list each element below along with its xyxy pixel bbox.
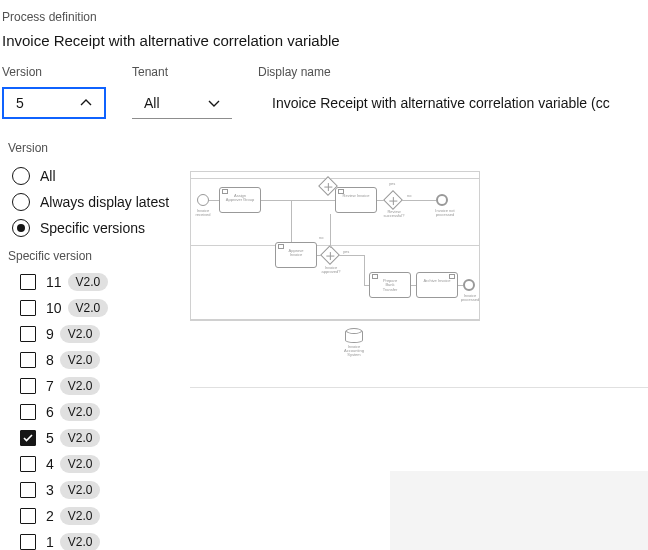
- divider: [190, 387, 648, 388]
- version-checkbox-list: 11V2.010V2.09V2.08V2.07V2.06V2.05V2.04V2…: [8, 269, 182, 550]
- task-label: Assign Approver Group: [226, 193, 254, 202]
- display-name-field[interactable]: Invoice Receipt with alternative correla…: [258, 87, 646, 119]
- gateway-no: no: [319, 236, 323, 240]
- version-number: 10: [46, 300, 62, 316]
- radio-label: Specific versions: [40, 220, 145, 236]
- checkbox-label: 10V2.0: [46, 299, 108, 317]
- version-checkbox-item[interactable]: 6V2.0: [20, 399, 182, 425]
- version-number: 3: [46, 482, 54, 498]
- version-dropdown-value: 5: [16, 95, 24, 111]
- task-label: Archive Invoice: [423, 278, 450, 283]
- gateway-reviewed: [383, 190, 403, 210]
- task-label: Prepare Bank Transfer: [383, 278, 398, 292]
- radio-icon: [12, 219, 30, 237]
- process-definition-label: Process definition: [0, 0, 648, 26]
- datastore-label: Invoice Accounting System: [336, 345, 372, 358]
- version-badge: V2.0: [60, 403, 101, 421]
- task-label: Review Invoice: [343, 193, 370, 198]
- version-badge: V2.0: [60, 481, 101, 499]
- checkbox-icon: [20, 274, 36, 290]
- display-name-control-group: Display name Invoice Receipt with altern…: [258, 65, 646, 119]
- end-event-processed-icon: [463, 279, 475, 291]
- version-checkbox-item[interactable]: 8V2.0: [20, 347, 182, 373]
- version-number: 5: [46, 430, 54, 446]
- radio-specific-versions[interactable]: Specific versions: [12, 215, 182, 241]
- task-assign-approver: Assign Approver Group: [219, 187, 261, 213]
- checkbox-label: 9V2.0: [46, 325, 100, 343]
- checkbox-label: 1V2.0: [46, 533, 100, 550]
- task-prepare-bank-transfer: Prepare Bank Transfer: [369, 272, 411, 298]
- version-checkbox-item[interactable]: 3V2.0: [20, 477, 182, 503]
- end-event-not-processed-icon: [436, 194, 448, 206]
- checkbox-icon: [20, 456, 36, 472]
- start-event-label: Invoice received: [191, 209, 215, 217]
- version-control-group: Version 5: [2, 65, 106, 119]
- version-checkbox-item[interactable]: 9V2.0: [20, 321, 182, 347]
- panel-version-section-label: Version: [8, 141, 182, 155]
- controls-row: Version 5 Tenant All Display name Invoic…: [0, 65, 648, 119]
- version-label: Version: [2, 65, 106, 79]
- checkbox-icon: [20, 352, 36, 368]
- gateway-reviewed-label: Review successful?: [381, 210, 407, 218]
- version-checkbox-item[interactable]: 2V2.0: [20, 503, 182, 529]
- checkbox-label: 11V2.0: [46, 273, 108, 291]
- checkbox-label: 4V2.0: [46, 455, 100, 473]
- version-number: 8: [46, 352, 54, 368]
- checkbox-icon: [20, 300, 36, 316]
- radio-all[interactable]: All: [12, 163, 182, 189]
- page-title: Invoice Receipt with alternative correla…: [0, 26, 648, 65]
- version-badge: V2.0: [60, 507, 101, 525]
- version-badge: V2.0: [60, 351, 101, 369]
- version-checkbox-item[interactable]: 4V2.0: [20, 451, 182, 477]
- checkbox-label: 6V2.0: [46, 403, 100, 421]
- radio-always-latest[interactable]: Always display latest: [12, 189, 182, 215]
- version-number: 6: [46, 404, 54, 420]
- version-dropdown[interactable]: 5: [2, 87, 106, 119]
- radio-label: All: [40, 168, 56, 184]
- version-badge: V2.0: [60, 533, 101, 550]
- checkbox-icon: [20, 326, 36, 342]
- tenant-dropdown[interactable]: All: [132, 87, 232, 119]
- checkbox-icon: [20, 508, 36, 524]
- tenant-dropdown-value: All: [144, 95, 160, 111]
- datastore-icon: [345, 329, 363, 343]
- radio-icon: [12, 167, 30, 185]
- checkbox-icon: [20, 430, 36, 446]
- task-archive-invoice: Archive Invoice: [416, 272, 458, 298]
- checkbox-icon: [20, 534, 36, 550]
- version-checkbox-item[interactable]: 7V2.0: [20, 373, 182, 399]
- version-badge: V2.0: [68, 299, 109, 317]
- start-event-icon: [197, 194, 209, 206]
- version-checkbox-item[interactable]: 11V2.0: [20, 269, 182, 295]
- version-dropdown-panel: Version All Always display latest Specif…: [0, 131, 190, 543]
- end-event-processed-label: Invoice processed: [456, 294, 484, 302]
- checkbox-label: 3V2.0: [46, 481, 100, 499]
- gateway-no: no: [407, 194, 411, 198]
- version-badge: V2.0: [68, 273, 109, 291]
- chevron-up-icon: [80, 99, 92, 107]
- version-badge: V2.0: [60, 325, 101, 343]
- radio-icon: [12, 193, 30, 211]
- bpmn-diagram: Invoice received Assign Approver Group R…: [190, 171, 480, 321]
- version-number: 1: [46, 534, 54, 550]
- tenant-control-group: Tenant All: [132, 65, 232, 119]
- version-checkbox-item[interactable]: 1V2.0: [20, 529, 182, 550]
- checkbox-icon: [20, 378, 36, 394]
- gateway-approved-label: Invoice approved?: [316, 266, 346, 274]
- version-number: 11: [46, 274, 62, 290]
- gateway-yes: yes: [389, 182, 395, 186]
- display-name-label: Display name: [258, 65, 646, 79]
- version-checkbox-item[interactable]: 5V2.0: [20, 425, 182, 451]
- gateway-yes: yes: [343, 250, 349, 254]
- checkbox-icon: [20, 482, 36, 498]
- version-badge: V2.0: [60, 455, 101, 473]
- chevron-down-icon: [208, 99, 220, 107]
- version-badge: V2.0: [60, 429, 101, 447]
- end-event-not-processed-label: Invoice not processed: [429, 209, 461, 217]
- checkbox-label: 2V2.0: [46, 507, 100, 525]
- tenant-label: Tenant: [132, 65, 232, 79]
- task-review-invoice: Review Invoice: [335, 187, 377, 213]
- checkbox-label: 7V2.0: [46, 377, 100, 395]
- radio-label: Always display latest: [40, 194, 169, 210]
- version-checkbox-item[interactable]: 10V2.0: [20, 295, 182, 321]
